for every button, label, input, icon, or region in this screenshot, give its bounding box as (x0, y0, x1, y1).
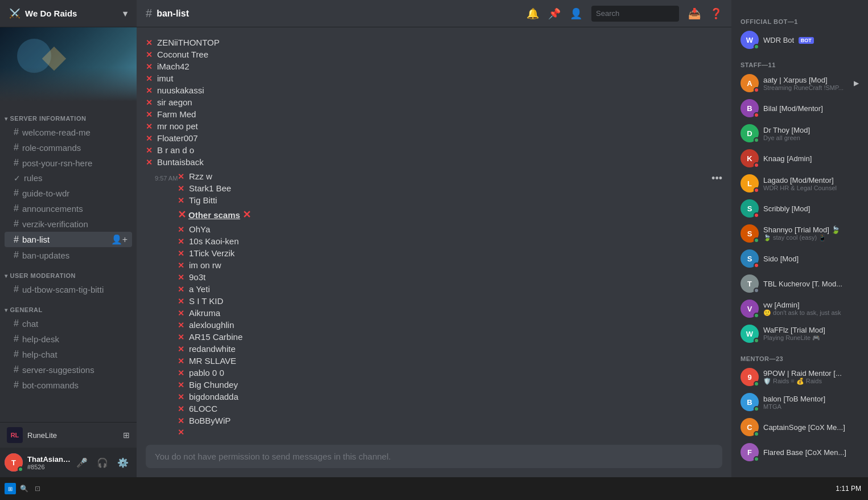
mute-button[interactable]: 🎤 (73, 453, 91, 472)
member-aaty[interactable]: A aaty | Xarpus [Mod] Streaming RuneCraf… (736, 71, 863, 96)
channel-name: welcome-read-me (22, 128, 90, 137)
channel-ud-tbow-scam[interactable]: # ud-tbow-scam-tig-bitti (5, 282, 132, 297)
runelite-expand-icon[interactable]: ⊞ (123, 431, 130, 440)
taskbar-search[interactable]: 🔍 (18, 483, 30, 494)
ban-x-icon: ✕ (146, 62, 153, 71)
channel-ban-updates[interactable]: # ban-updates (5, 248, 132, 263)
runelite-section[interactable]: RL RuneLite ⊞ (0, 422, 137, 448)
member-avatar: V (741, 300, 759, 318)
member-wafflz[interactable]: W WaFFlz [Trial Mod] Playing RuneLite 🎮 (736, 321, 863, 346)
ban-name: imut (157, 73, 173, 83)
inbox-icon[interactable]: 📥 (688, 7, 701, 20)
ban-name: redandwhite (189, 344, 236, 354)
member-info: aaty | Xarpus [Mod] Streaming RuneCraft … (763, 76, 854, 91)
channel-role-commands[interactable]: # role-commands (5, 140, 132, 155)
ban-x-icon: ✕ (146, 122, 153, 131)
category-general[interactable]: ▾ GENERAL (0, 297, 137, 315)
ban-entry: ✕ Stark1 Bee (178, 182, 722, 194)
deafen-button[interactable]: 🎧 (93, 453, 112, 472)
channel-announcements[interactable]: # announcements (5, 201, 132, 216)
category-label: SERVER INFORMATION (10, 115, 87, 122)
ban-entry: ✕ Buntaisback (137, 156, 731, 168)
channel-name: server-suggestions (22, 365, 94, 375)
member-lagado[interactable]: L Lagado [Mod/Mentor] WDR HR & Legal Cou… (736, 171, 863, 196)
member-status-text: WDR HR & Legal Counsel (763, 185, 859, 191)
member-sido[interactable]: S Sido [Mod] (736, 246, 863, 271)
bot-badge: BOT (799, 37, 814, 44)
member-balon[interactable]: B balon [ToB Mentor] MTGA (736, 390, 863, 415)
member-captainsoge[interactable]: C CaptainSoge [CoX Me...] (736, 415, 863, 440)
channel-guide-to-wdr[interactable]: # guide-to-wdr (5, 186, 132, 200)
member-tbl-kucherov[interactable]: T TBL Kucherov [T. Mod... (736, 271, 863, 296)
ban-name: iMach42 (157, 62, 190, 71)
ban-name: a Yeti (189, 284, 210, 294)
member-info: 9POW | Raid Mentor [... 🛡️ Raids = 💰 Rai… (763, 369, 859, 385)
channel-server-suggestions[interactable]: # server-suggestions (5, 362, 132, 377)
user-area: T ThatAsianS... #8526 🎤 🎧 ⚙️ (0, 448, 137, 477)
member-info: Shannyo [Trial Mod] 🍃 🍃 stay cool (easy)… (763, 226, 859, 241)
members-sidebar: OFFICIAL BOT—1 W WDR Bot BOT STAFF—11 A … (731, 0, 868, 477)
ban-name: S I T KID (189, 296, 223, 306)
ban-x-icon: ✕ (178, 404, 184, 413)
member-avatar: B (741, 99, 759, 117)
member-bilal[interactable]: B Bilal [Mod/Mentor] (736, 96, 863, 121)
member-vw[interactable]: V vw [Admin] 🙂 don't ask to ask, just as… (736, 296, 863, 321)
member-shannyo[interactable]: S Shannyo [Trial Mod] 🍃 🍃 stay cool (eas… (736, 221, 863, 246)
ban-entry: ✕ alexloughlin (178, 319, 722, 331)
taskbar-task-view[interactable]: ⊡ (32, 483, 43, 494)
member-dr-thoy[interactable]: D Dr Thoy [Mod] Dye all green (736, 121, 863, 146)
start-button[interactable]: ⊞ (5, 483, 16, 494)
member-status-dot (754, 44, 759, 50)
channel-welcome-read-me[interactable]: # welcome-read-me (5, 125, 132, 140)
category-user-moderation[interactable]: ▾ USER MODERATION (0, 263, 137, 281)
member-avatar: 9 (741, 368, 759, 386)
member-knaag[interactable]: K Knaag [Admin] (736, 146, 863, 171)
hash-icon: # (14, 334, 19, 344)
ban-name: Tig Bitti (189, 195, 217, 205)
notification-bell-icon[interactable]: 🔔 (526, 7, 539, 20)
ban-x-icon: ✕ (146, 86, 153, 95)
channel-name: help-desk (22, 334, 59, 344)
ban-name: 6LOCC (189, 404, 217, 413)
members-icon[interactable]: 👤 (570, 7, 582, 20)
messages-area[interactable]: ✕ ZENiiTHONTOP ✕ Coconut Tree ✕ iMach42 … (137, 27, 731, 445)
channel-help-desk[interactable]: # help-desk (5, 331, 132, 346)
rules-icon: ✓ (14, 174, 20, 183)
member-name: WaFFlz [Trial Mod] (763, 326, 859, 334)
search-bar[interactable]: 🔍 (591, 6, 679, 22)
member-name: Lagado [Mod/Mentor] (763, 176, 859, 185)
user-controls: 🎤 🎧 ⚙️ (73, 453, 132, 472)
hash-icon: # (14, 188, 19, 198)
add-member-icon[interactable]: 👤+ (111, 234, 127, 245)
ban-entry: ✕ B r an d o (137, 144, 731, 156)
ban-x-icon: ✕ (178, 333, 184, 342)
channel-bot-commands[interactable]: # bot-commands (5, 378, 132, 392)
member-avatar: T (741, 274, 759, 293)
channel-help-chat[interactable]: # help-chat (5, 347, 132, 362)
category-server-information[interactable]: ▾ SERVER INFORMATION (0, 106, 137, 124)
member-wdr-bot[interactable]: W WDR Bot BOT (736, 27, 863, 52)
more-options-button[interactable]: ••• (711, 173, 722, 185)
member-status-dot (754, 456, 759, 462)
member-status-dot (754, 381, 759, 387)
runelite-icon: RL (7, 427, 23, 443)
channel-chat[interactable]: # chat (5, 316, 132, 331)
member-9pow[interactable]: 9 9POW | Raid Mentor [... 🛡️ Raids = 💰 R… (736, 364, 863, 390)
channel-rules[interactable]: ✓ rules (5, 171, 132, 185)
member-flared-base[interactable]: F Flared Base [CoX Men...] (736, 440, 863, 465)
member-scribbly[interactable]: S Scribbly [Mod] (736, 196, 863, 221)
category-label: USER MODERATION (10, 272, 76, 279)
channel-verzik-verification[interactable]: # verzik-verification (5, 216, 132, 231)
channel-header: # ban-list 🔔 📌 👤 🔍 📥 ❓ (137, 0, 731, 27)
member-avatar: S (741, 199, 759, 218)
settings-button[interactable]: ⚙️ (114, 453, 132, 472)
pin-icon[interactable]: 📌 (548, 7, 561, 20)
ban-x-icon: ✕ (146, 158, 153, 167)
search-input[interactable] (596, 9, 692, 18)
channel-ban-list[interactable]: # ban-list 👤+ (5, 232, 132, 247)
member-status-dot (754, 263, 759, 268)
member-status-text: Streaming RuneCraft !SMP... (763, 84, 854, 91)
server-header[interactable]: ⚔️ We Do Raids ▾ (0, 0, 137, 27)
help-icon[interactable]: ❓ (710, 7, 722, 20)
channel-post-your-rsn-here[interactable]: # post-your-rsn-here (5, 155, 132, 170)
